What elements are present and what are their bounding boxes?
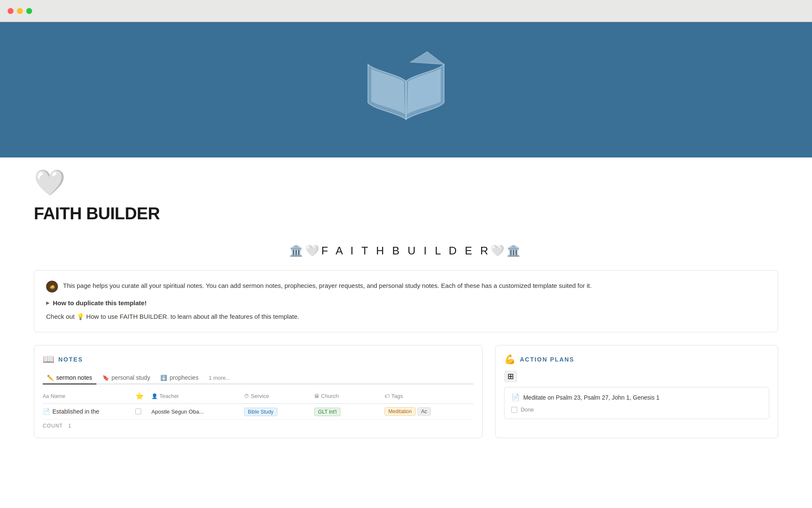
tab-sermon-notes[interactable]: ✏️ sermon notes (43, 372, 96, 384)
toggle-label: How to duplicate this template! (53, 299, 147, 306)
tab-more[interactable]: 1 more... (204, 372, 234, 384)
tab-prophecies[interactable]: ⬇️ prophecies (156, 372, 203, 384)
col-service: ⏱ Service (244, 393, 311, 399)
col-church: 🏛 Church (314, 393, 381, 399)
info-check-text: Check out 💡 How to use FAITH BUILDER. to… (46, 312, 766, 322)
cell-tags: Meditation Ac (384, 407, 474, 416)
book-icon (359, 47, 453, 132)
hero-banner (0, 22, 812, 157)
action-plans-icon: 💪 (504, 354, 516, 365)
cell-church: GLT Int'l (314, 408, 381, 415)
close-button[interactable] (8, 8, 14, 14)
action-item-done-row: Done (511, 406, 762, 413)
action-plans-header: 💪 ACTION PLANS (504, 354, 769, 365)
action-plans-title: ACTION PLANS (520, 356, 574, 363)
notes-section: 📖 NOTES ✏️ sermon notes 🔖 personal study… (34, 345, 483, 438)
tag-meditation: Meditation (384, 407, 415, 416)
tab-personal-study[interactable]: 🔖 personal study (98, 372, 154, 384)
page-icon: 🤍 (34, 168, 66, 197)
notes-table: Aa Name ⭐ 👤 Teacher ⏱ Service (43, 390, 474, 429)
col-name: Aa Name (43, 393, 132, 399)
table-header: Aa Name ⭐ 👤 Teacher ⏱ Service (43, 390, 474, 404)
action-doc-icon: 📄 (511, 393, 520, 401)
cell-service: Bible Study (244, 408, 311, 415)
church-badge: GLT Int'l (314, 408, 340, 416)
table-row[interactable]: 📄 Established in the Apostle Segun Oba..… (43, 404, 474, 420)
col-teacher: 👤 Teacher (151, 393, 241, 399)
sermon-notes-tab-label: sermon notes (56, 374, 92, 381)
minimize-button[interactable] (17, 8, 23, 14)
done-checkbox[interactable] (511, 407, 517, 413)
duplicate-toggle[interactable]: ▶ How to duplicate this template! (46, 299, 766, 306)
done-label: Done (521, 406, 534, 413)
action-plans-view-toggle[interactable]: ⊞ (504, 372, 769, 381)
cell-star[interactable] (135, 409, 148, 414)
personal-study-tab-icon: 🔖 (102, 375, 109, 381)
notes-tabs: ✏️ sermon notes 🔖 personal study ⬇️ prop… (43, 372, 474, 384)
page-icon-area: 🤍 (0, 157, 812, 196)
service-badge: Bible Study (244, 408, 277, 416)
prophecies-tab-label: prophecies (170, 374, 199, 381)
grid-view-icon[interactable]: ⊞ (504, 370, 517, 382)
action-item-title: Meditate on Psalm 23, Psalm 27, John 1, … (523, 393, 659, 402)
page-subtitle: 🏛️🤍F A I T H B U I L D E R🤍🏛️ (0, 240, 812, 270)
notes-icon: 📖 (43, 354, 54, 365)
action-item[interactable]: 📄 Meditate on Psalm 23, Psalm 27, John 1… (504, 387, 769, 419)
cell-teacher: Apostle Segun Oba... (151, 409, 241, 415)
page-title-area: FAITH BUILDER (0, 196, 812, 240)
titlebar (0, 0, 812, 22)
action-item-header: 📄 Meditate on Psalm 23, Psalm 27, John 1… (511, 393, 762, 402)
tag-extra: Ac (417, 407, 431, 416)
toggle-arrow-icon: ▶ (46, 301, 49, 305)
databases-row: 📖 NOTES ✏️ sermon notes 🔖 personal study… (0, 345, 812, 438)
prophecies-tab-icon: ⬇️ (160, 375, 167, 381)
info-avatar: 🧔 (46, 281, 58, 293)
table-count: COUNT 1 (43, 420, 474, 429)
col-star: ⭐ (135, 392, 148, 400)
notes-section-title: NOTES (58, 356, 83, 363)
maximize-button[interactable] (26, 8, 32, 14)
cell-name: 📄 Established in the (43, 408, 132, 415)
page-content: 🤍 FAITH BUILDER 🏛️🤍F A I T H B U I L D E… (0, 157, 812, 508)
star-checkbox[interactable] (135, 409, 141, 414)
notes-section-header: 📖 NOTES (43, 354, 474, 365)
action-plans-section: 💪 ACTION PLANS ⊞ 📄 Meditate on Psalm 23,… (495, 345, 778, 438)
row-name: Established in the (52, 408, 99, 415)
sermon-notes-tab-icon: ✏️ (47, 375, 54, 381)
personal-study-tab-label: personal study (112, 374, 150, 381)
info-box: 🧔 This page helps you curate all your sp… (34, 270, 778, 332)
doc-icon: 📄 (43, 408, 50, 415)
col-tags: 🏷 Tags (384, 393, 474, 399)
info-description: This page helps you curate all your spir… (63, 281, 592, 291)
page-title: FAITH BUILDER (34, 204, 778, 223)
